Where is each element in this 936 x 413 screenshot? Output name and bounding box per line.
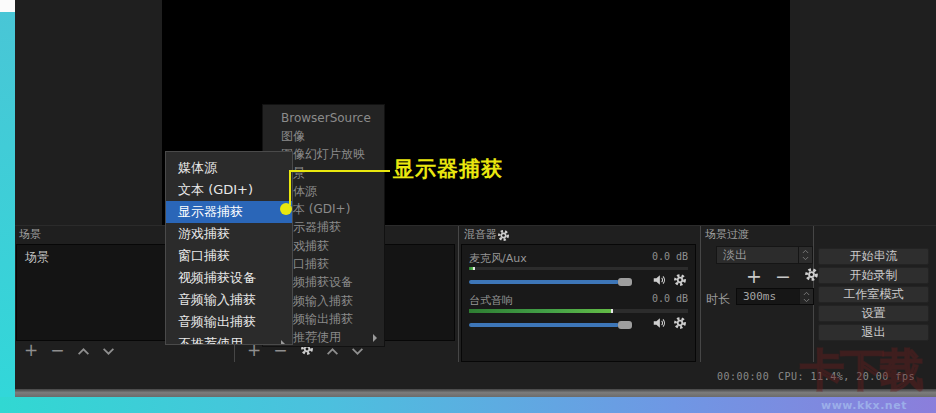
menu-item-game-capture[interactable]: 游戏捕获: [166, 223, 292, 245]
start-recording-button[interactable]: 开始录制: [818, 267, 929, 284]
transition-selected-value: 淡出: [717, 247, 798, 263]
exit-button[interactable]: 退出: [818, 324, 929, 341]
annotation-label: 显示器捕获: [393, 155, 503, 183]
menu-item-window-capture[interactable]: 窗口捕获: [166, 245, 292, 267]
start-streaming-button[interactable]: 开始串流: [818, 248, 929, 265]
channel-name: 台式音响: [469, 293, 513, 307]
mixer-channel: 台式音响 0.0 dB: [469, 293, 688, 331]
scenes-dock-title: 场景: [19, 227, 41, 242]
menu-item[interactable]: 图像: [263, 127, 384, 145]
remove-transition-button[interactable]: −: [775, 267, 791, 285]
audio-meter: [469, 267, 688, 270]
transition-select[interactable]: 淡出: [716, 246, 813, 264]
menu-item-deprecated[interactable]: 不推荐使用: [166, 333, 292, 345]
transition-properties-gear-icon[interactable]: [804, 267, 819, 286]
annotation-callout-line: [289, 170, 390, 172]
chevron-up-icon: [803, 291, 810, 296]
spinbox-spinner[interactable]: [799, 289, 813, 304]
annotation-dot: [280, 203, 292, 215]
chevron-down-icon: [802, 256, 809, 261]
add-source-menu: 媒体源 文本 (GDI+) 显示器捕获 游戏捕获 窗口捕获 视频捕获设备 音频输…: [165, 151, 293, 345]
mixer-channel: 麦克风/Aux 0.0 dB: [469, 251, 688, 288]
menu-item-text-gdi[interactable]: 文本 (GDI+): [166, 179, 292, 201]
menu-item[interactable]: BrowserSource: [263, 109, 384, 127]
dock-splitter[interactable]: [458, 226, 459, 362]
channel-settings-gear-icon[interactable]: [673, 315, 687, 334]
annotation-callout-line: [289, 170, 291, 205]
transitions-toolbar: + −: [746, 266, 819, 286]
scene-up-button[interactable]: [77, 341, 90, 360]
dropdown-spinner[interactable]: [798, 247, 812, 263]
submenu-arrow-icon: [373, 334, 377, 342]
submenu-arrow-icon: [281, 340, 285, 345]
background-window-strip: [0, 12, 15, 397]
transitions-dock-title: 场景过渡: [705, 227, 749, 242]
frame-gradient-bar: [0, 397, 936, 413]
dock-divider: [15, 225, 936, 226]
menu-item-audio-output-capture[interactable]: 音频输出捕获: [166, 311, 292, 333]
channel-name: 麦克风/Aux: [469, 251, 527, 265]
add-transition-button[interactable]: +: [746, 267, 762, 285]
frame-gray-bar: [15, 389, 936, 397]
scenes-toolbar: + −: [24, 342, 115, 358]
settings-button[interactable]: 设置: [818, 305, 929, 322]
scene-down-button[interactable]: [102, 341, 115, 360]
mute-speaker-icon[interactable]: [652, 315, 666, 334]
add-scene-button[interactable]: +: [24, 343, 38, 358]
menu-item-video-capture-device[interactable]: 视频捕获设备: [166, 267, 292, 289]
cpu-fps-status: CPU: 11.4%, 20.00 fps: [778, 371, 915, 382]
watermark-url: www.kkx.net: [821, 399, 907, 412]
channel-settings-gear-icon[interactable]: [673, 272, 687, 291]
stream-time: 00:00:00: [717, 371, 769, 382]
mute-speaker-icon[interactable]: [652, 272, 666, 291]
chevron-down-icon: [803, 298, 810, 303]
menu-item-media-source[interactable]: 媒体源: [166, 157, 292, 179]
duration-label: 时长: [706, 291, 730, 308]
audio-meter: [469, 309, 688, 313]
menu-item-audio-input-capture[interactable]: 音频输入捕获: [166, 289, 292, 311]
mixer-dock-title: 混音器: [464, 227, 497, 242]
obs-window: 场景 场景 + − + − 混音器 麦克风/Aux 0.0 dB: [15, 0, 936, 389]
remove-scene-button[interactable]: −: [50, 343, 64, 358]
volume-slider[interactable]: [469, 280, 634, 284]
volume-slider-handle[interactable]: [618, 278, 632, 286]
screenshot-root: 场景 场景 + − + − 混音器 麦克风/Aux 0.0 dB: [0, 0, 936, 413]
duration-spinbox[interactable]: 300ms: [736, 288, 814, 305]
volume-slider-handle[interactable]: [618, 321, 632, 329]
dock-splitter[interactable]: [700, 226, 701, 362]
chevron-up-icon: [802, 249, 809, 254]
volume-slider[interactable]: [469, 323, 634, 327]
channel-db-value: 0.0 dB: [652, 251, 688, 265]
menu-item-display-capture[interactable]: 显示器捕获: [166, 201, 292, 223]
mixer-panel: 麦克风/Aux 0.0 dB: [461, 244, 696, 362]
channel-db-value: 0.0 dB: [652, 293, 688, 307]
studio-mode-button[interactable]: 工作室模式: [818, 286, 929, 303]
duration-value: 300ms: [737, 289, 799, 304]
